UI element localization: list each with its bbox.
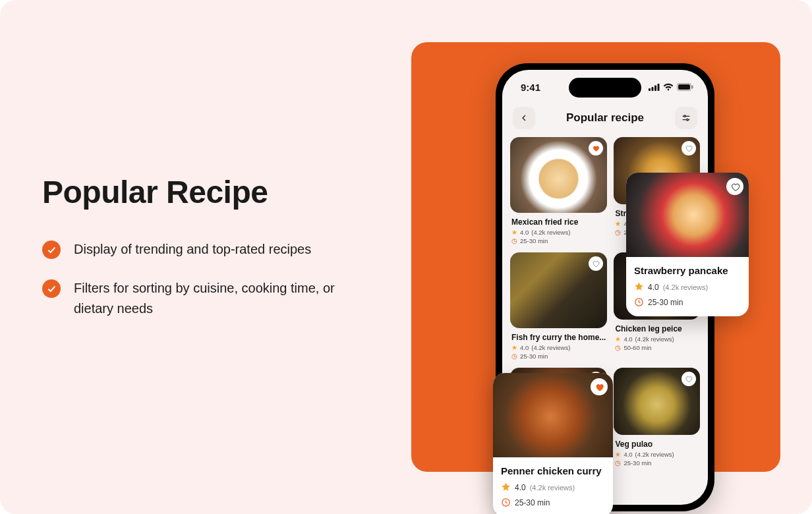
- status-icons: [649, 83, 693, 91]
- recipe-title: Mexican fried rice: [511, 217, 606, 227]
- favorite-button[interactable]: [726, 178, 743, 195]
- recipe-card[interactable]: Veg pulao ★ 4.0 (4.2k reviews) ◷ 25-30 m…: [614, 368, 700, 468]
- star-icon: [501, 482, 511, 494]
- heart-icon: [685, 144, 693, 152]
- app-header: Popular recipe: [502, 104, 708, 137]
- filter-button[interactable]: [675, 107, 697, 129]
- star-icon: [634, 281, 644, 293]
- page-title: Popular recipe: [566, 111, 644, 125]
- floating-card-penner[interactable]: Penner chicken curry 4.0 (4.2k reviews) …: [493, 373, 613, 514]
- chevron-left-icon: [519, 113, 529, 123]
- reviews-count: (4.2k reviews): [663, 283, 708, 291]
- recipe-title: Chicken leg peice: [615, 324, 699, 333]
- recipe-thumb: [510, 252, 607, 328]
- headline: Popular Recipe: [42, 174, 359, 210]
- check-icon: [42, 279, 61, 298]
- rating-value: 4.0: [624, 451, 632, 458]
- bullet-item: Filters for sorting by cuisine, cooking …: [42, 278, 359, 319]
- recipe-rating-row: ★ 4.0 (4.2k reviews): [511, 344, 606, 351]
- signal-icon: [649, 84, 660, 91]
- recipe-thumb: [510, 137, 607, 213]
- star-icon: ★: [615, 335, 621, 343]
- svg-rect-3: [658, 84, 660, 91]
- time-value: 25-30 min: [515, 498, 550, 507]
- star-icon: ★: [615, 220, 621, 227]
- recipe-time-row: 25-30 min: [634, 297, 741, 307]
- time-value: 25-30 min: [520, 353, 548, 360]
- heart-icon: [594, 382, 604, 392]
- recipe-title: Strawberry pancake: [634, 265, 741, 276]
- feature-panel: Popular Recipe Display of trending and t…: [0, 0, 812, 514]
- reviews-count: (4.2k reviews): [635, 335, 674, 343]
- clock-icon: ◷: [615, 229, 621, 236]
- battery-icon: [677, 83, 693, 91]
- check-icon: [42, 241, 61, 259]
- back-button[interactable]: [513, 107, 535, 129]
- recipe-rating-row: ★ 4.0 (4.2k reviews): [511, 229, 606, 236]
- favorite-button[interactable]: [682, 141, 696, 156]
- reviews-count: (4.2k reviews): [530, 484, 575, 492]
- rating-value: 4.0: [648, 283, 659, 292]
- reviews-count: (4.2k reviews): [531, 229, 570, 236]
- heart-icon: [685, 375, 693, 383]
- recipe-time-row: ◷ 25-30 min: [511, 237, 606, 244]
- clock-icon: [634, 297, 644, 307]
- reviews-count: (4.2k reviews): [635, 451, 674, 458]
- heart-icon: [730, 182, 740, 192]
- card-body: Penner chicken curry 4.0 (4.2k reviews) …: [493, 457, 613, 514]
- clock-icon: [501, 498, 511, 507]
- recipe-time-row: 25-30 min: [501, 498, 605, 507]
- clock-icon: ◷: [511, 237, 517, 244]
- clock-icon: ◷: [615, 459, 621, 467]
- recipe-thumb: [626, 173, 749, 257]
- card-body: Strawberry pancake 4.0 (4.2k reviews) 25…: [626, 257, 749, 316]
- recipe-rating-row: ★ 4.0 (4.2k reviews): [615, 335, 699, 343]
- heart-icon: [592, 260, 600, 268]
- rating-value: 4.0: [515, 483, 526, 492]
- recipe-time-row: ◷ 25-30 min: [511, 353, 606, 360]
- recipe-card[interactable]: Mexican fried rice ★ 4.0 (4.2k reviews) …: [510, 137, 607, 246]
- svg-rect-1: [652, 87, 654, 91]
- recipe-title: Fish fry curry the home...: [511, 333, 606, 342]
- recipe-thumb: [493, 373, 613, 457]
- recipe-title: Veg pulao: [615, 440, 699, 449]
- svg-point-10: [687, 119, 689, 121]
- svg-point-8: [684, 115, 686, 117]
- star-icon: ★: [511, 344, 517, 351]
- sliders-icon: [681, 113, 691, 123]
- time-value: 25-30 min: [624, 459, 651, 467]
- dynamic-island: [569, 78, 641, 98]
- time-value: 50-60 min: [624, 344, 651, 351]
- time-value: 25-30 min: [520, 237, 548, 244]
- svg-rect-0: [649, 88, 651, 91]
- recipe-rating-row: ★ 4.0 (4.2k reviews): [615, 451, 699, 458]
- star-icon: ★: [615, 451, 621, 458]
- recipe-thumb: [614, 368, 700, 435]
- rating-value: 4.0: [520, 344, 529, 351]
- wifi-icon: [663, 83, 674, 91]
- clock-icon: ◷: [511, 353, 517, 360]
- reviews-count: (4.2k reviews): [531, 344, 570, 351]
- recipe-rating-row: 4.0 (4.2k reviews): [634, 281, 741, 293]
- bullet-list: Display of trending and top-rated recipe…: [42, 239, 359, 319]
- clock-icon: ◷: [615, 344, 621, 351]
- rating-value: 4.0: [624, 335, 632, 343]
- status-time: 9:41: [521, 82, 540, 93]
- recipe-time-row: ◷ 50-60 min: [615, 344, 699, 351]
- heart-icon: [592, 144, 600, 152]
- time-value: 25-30 min: [648, 298, 683, 307]
- bullet-item: Display of trending and top-rated recipe…: [42, 239, 359, 260]
- left-column: Popular Recipe Display of trending and t…: [42, 174, 359, 337]
- recipe-rating-row: 4.0 (4.2k reviews): [501, 482, 605, 494]
- recipe-title: Penner chicken curry: [501, 465, 605, 476]
- svg-rect-2: [654, 85, 656, 91]
- recipe-time-row: ◷ 25-30 min: [615, 459, 699, 467]
- bullet-text: Display of trending and top-rated recipe…: [74, 239, 311, 260]
- favorite-button[interactable]: [591, 378, 608, 395]
- star-icon: ★: [511, 229, 517, 236]
- recipe-card[interactable]: Fish fry curry the home... ★ 4.0 (4.2k r…: [510, 252, 607, 361]
- svg-rect-5: [678, 84, 690, 90]
- svg-rect-6: [692, 86, 693, 89]
- rating-value: 4.0: [520, 229, 529, 236]
- floating-card-strawberry[interactable]: Strawberry pancake 4.0 (4.2k reviews) 25…: [626, 173, 749, 316]
